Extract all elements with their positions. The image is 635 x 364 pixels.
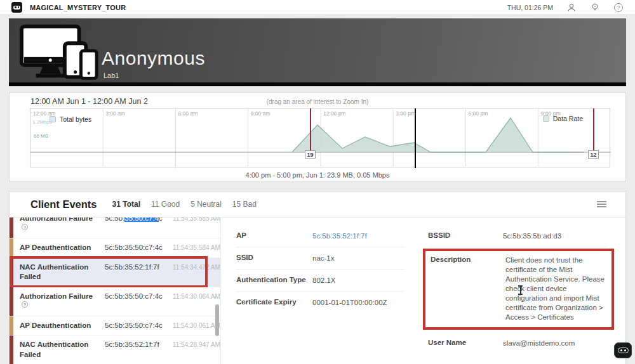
event-row[interactable]: AP Deauthentication 5c:5b:35:50:c7:4c 11… bbox=[10, 316, 220, 336]
event-mac: 5c:5b:35:52:1f:7f bbox=[105, 263, 166, 271]
event-time: 11:54:35.585 AM, Jun 1 bbox=[173, 218, 220, 222]
detail-field-label: Authentication Type bbox=[236, 276, 312, 285]
info-icon[interactable]: ? bbox=[22, 301, 28, 308]
event-count-badge[interactable]: 11 Good bbox=[151, 200, 180, 209]
event-mac: 5c:5b:35:50:c7:4c bbox=[105, 292, 166, 300]
x-axis-tick-label: 3:00 am bbox=[105, 110, 125, 117]
severity-indicator bbox=[10, 218, 13, 238]
event-type: Authorization Failure? bbox=[20, 292, 98, 311]
legend-data-rate[interactable]: Data Rate bbox=[543, 115, 583, 122]
detail-field-label: SSID bbox=[236, 254, 312, 263]
detail-field: Description Client does not trust the ce… bbox=[423, 249, 614, 330]
x-axis-tick-label: 9:00 am bbox=[251, 110, 271, 117]
detail-field-label: BSSID bbox=[428, 231, 503, 241]
filter-icon[interactable] bbox=[597, 201, 606, 207]
event-type: AP Deauthentication bbox=[20, 321, 98, 331]
x-axis-tick-label: 6:00 pm bbox=[469, 110, 488, 117]
event-count-badge[interactable]: 15 Bad bbox=[232, 200, 257, 209]
y-axis-label-rate: 1.2Mbps bbox=[32, 119, 52, 125]
detail-field: Authentication Type 802.1X bbox=[236, 270, 405, 292]
severity-indicator bbox=[10, 287, 13, 316]
org-name[interactable]: MAGICAL_MYSTERY_TOUR bbox=[30, 4, 126, 11]
event-type: Authorization Failure? bbox=[20, 218, 98, 233]
detail-field-label: AP bbox=[236, 231, 312, 241]
event-mac: 5c:5b:35:52:1f:7f bbox=[105, 340, 166, 348]
event-marker-right[interactable]: 12 bbox=[588, 150, 599, 159]
text-cursor bbox=[520, 286, 521, 294]
detail-column-left: AP 5c:5b:35:52:1f:7f SSID nac-1x Authent… bbox=[236, 225, 405, 364]
event-type: NAC Authentication Failed bbox=[20, 340, 98, 360]
detail-field: BSSID 5c:5b:35:5b:ad:d3 bbox=[428, 225, 606, 247]
event-row[interactable]: Authorization Failure? 5c:5b:35:50:c7:4c… bbox=[10, 218, 220, 238]
event-type: NAC Authentication Failed bbox=[20, 263, 98, 282]
devices-icon bbox=[19, 23, 100, 84]
event-row[interactable]: AP Deauthentication 5c:5b:35:50:c7:4c 11… bbox=[10, 238, 220, 258]
client-events-card: Client Events 31 Total 11 Good 5 Neutral… bbox=[9, 191, 626, 364]
detail-field-value: 0001-01-01T00:00:00Z bbox=[312, 298, 405, 308]
data-rate-checkbox[interactable] bbox=[543, 115, 549, 122]
detail-field-value: 802.1X bbox=[312, 276, 405, 285]
detail-field-value: 5c:5b:35:52:1f:7f bbox=[312, 231, 405, 241]
event-count-badge[interactable]: 5 Neutral bbox=[190, 200, 222, 209]
detail-field-label: User Name bbox=[428, 339, 503, 348]
event-mac: 5c:5b:35:50:c7:4c bbox=[105, 243, 166, 251]
detail-field-value: nac-1x bbox=[312, 254, 405, 263]
top-bar: MAGICAL_MYSTERY_TOUR THU, 01:26 PM ? bbox=[0, 0, 635, 15]
event-list-container: Authorization Failure? 5c:5b:35:50:c7:4c… bbox=[10, 218, 220, 364]
severity-indicator bbox=[10, 335, 13, 364]
event-mac: 5c:5b:35:50:c7:4c bbox=[105, 321, 166, 329]
x-axis-tick-label: 12:00 pm bbox=[323, 110, 345, 117]
legend-total-bytes[interactable]: Total bytes bbox=[50, 115, 91, 123]
event-list: Authorization Failure? 5c:5b:35:50:c7:4c… bbox=[10, 218, 220, 364]
event-row[interactable]: Authorization Failure? 5c:5b:35:50:c7:4c… bbox=[10, 287, 220, 316]
severity-indicator bbox=[10, 238, 13, 257]
help-icon[interactable]: ? bbox=[613, 3, 624, 13]
clock-label: THU, 01:26 PM bbox=[507, 4, 553, 11]
event-time: 11:54:30.064 AM, Jun 1 bbox=[173, 292, 220, 300]
y-axis-label-bytes: 66 MB bbox=[34, 133, 48, 139]
section-title: Client Events bbox=[30, 198, 97, 211]
detail-field-value: Client does not trust the certificate of… bbox=[505, 256, 606, 322]
detail-field: Certificate Expiry 0001-01-01T00:00:00Z bbox=[236, 292, 405, 313]
event-detail-panel: AP 5c:5b:35:52:1f:7f SSID nac-1x Authent… bbox=[220, 218, 625, 364]
selection-caption: 4:00 pm - 5:00 pm, Jun 1: 23.9 MB, 0.05 … bbox=[10, 171, 625, 179]
client-name: Anonymous bbox=[102, 48, 205, 69]
event-counts: 31 Total 11 Good 5 Neutral 15 Bad bbox=[112, 200, 257, 209]
detail-column-right: BSSID 5c:5b:35:5b:ad:d3 Description Clie… bbox=[428, 225, 606, 364]
event-marker-left[interactable]: 19 bbox=[305, 150, 316, 159]
detail-field: AP 5c:5b:35:52:1f:7f bbox=[236, 225, 405, 247]
client-events-header: Client Events 31 Total 11 Good 5 Neutral… bbox=[10, 192, 625, 218]
info-icon[interactable]: ? bbox=[22, 224, 28, 230]
detail-field-label: Description bbox=[431, 256, 505, 322]
site-name: Lab1 bbox=[104, 72, 119, 79]
detail-field-label: Certificate Expiry bbox=[236, 298, 312, 308]
detail-field-value: slava@mistdemo.com bbox=[503, 339, 605, 348]
timeline-card: 12:00 AM Jun 1 - 12:00 AM Jun 2 (drag an… bbox=[9, 93, 626, 181]
timeline-chart[interactable]: 12:00 am 3:00 am 6:00 am 9:00 am 12:00 p… bbox=[30, 108, 610, 167]
mist-logo-icon[interactable] bbox=[11, 2, 22, 13]
list-scrollbar[interactable] bbox=[215, 304, 219, 336]
event-time: 11:54:28.947 AM, Jun 1 bbox=[173, 340, 220, 348]
lightbulb-icon[interactable] bbox=[590, 3, 600, 13]
mist-logo-icon bbox=[618, 348, 629, 353]
event-time: 11:54:34.472 AM, Jun 1 bbox=[173, 263, 220, 271]
event-row[interactable]: NAC Authentication Failed 5c:5b:35:52:1f… bbox=[10, 258, 220, 287]
zoom-hint: (drag an area of interest to Zoom In) bbox=[10, 98, 625, 105]
mist-assistant-button[interactable] bbox=[614, 342, 632, 358]
event-count-badge[interactable]: 31 Total bbox=[112, 200, 140, 209]
user-icon[interactable] bbox=[566, 3, 577, 13]
event-mac: 5c:5b:35:50:c7:4c bbox=[105, 218, 166, 222]
client-hero-banner: Anonymous Lab1 bbox=[9, 18, 626, 86]
detail-field: SSID nac-1x bbox=[236, 247, 405, 270]
detail-field: User Name slava@mistdemo.com bbox=[428, 332, 606, 354]
severity-indicator bbox=[10, 316, 13, 335]
severity-indicator bbox=[10, 258, 13, 287]
event-time: 11:54:30.061 AM, Jun 1 bbox=[173, 321, 220, 329]
detail-field-value: 5c:5b:35:5b:ad:d3 bbox=[503, 231, 605, 241]
event-time: 11:54:35.584 AM, Jun 1 bbox=[173, 243, 220, 251]
event-type: AP Deauthentication bbox=[20, 243, 98, 253]
event-row[interactable]: NAC Authentication Failed 5c:5b:35:52:1f… bbox=[10, 335, 220, 364]
x-axis-tick-label: 6:00 am bbox=[178, 110, 198, 117]
x-axis-tick-label: 3:00 pm bbox=[396, 110, 415, 117]
